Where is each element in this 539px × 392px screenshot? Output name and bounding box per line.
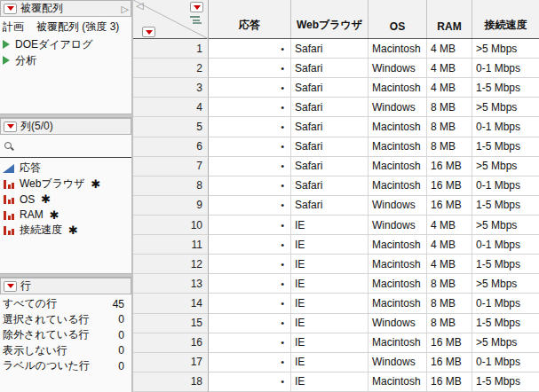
row-number-cell[interactable]: 6 [133,137,209,157]
response-cell[interactable]: • [209,98,291,117]
ram-cell[interactable]: 4 MB [427,255,472,274]
column-header-os[interactable]: OS [369,0,427,38]
ram-cell[interactable]: 4 MB [427,235,472,255]
response-cell[interactable]: • [209,314,291,333]
row-number-cell[interactable]: 3 [133,78,209,98]
response-cell[interactable]: • [209,255,291,274]
os-cell[interactable]: Macintosh [369,78,427,98]
speed-cell[interactable]: 1-5 Mbps [472,255,539,274]
ram-cell[interactable]: 8 MB [427,294,472,313]
response-cell[interactable]: • [209,39,291,59]
browser-cell[interactable]: Safari [291,39,369,59]
os-cell[interactable]: Windows [369,59,427,78]
browser-cell[interactable]: Safari [291,137,369,157]
column-list-item[interactable]: OS ✱ [0,192,131,208]
ram-cell[interactable]: 8 MB [427,117,472,137]
ram-cell[interactable]: 16 MB [427,333,472,353]
browser-cell[interactable]: Safari [291,176,369,196]
column-header-browser[interactable]: Webブラウザ [291,0,369,38]
speed-cell[interactable]: 0-1 Mbps [472,59,539,78]
os-cell[interactable]: Windows [369,216,427,235]
row-number-cell[interactable]: 13 [133,274,209,294]
columns-menu-button[interactable] [190,2,203,12]
response-cell[interactable]: • [209,59,291,78]
response-cell[interactable]: • [209,333,291,353]
speed-cell[interactable]: 1-5 Mbps [472,314,539,333]
column-list-item[interactable]: Webブラウザ ✱ [0,176,131,192]
row-number-cell[interactable]: 1 [133,39,209,59]
outline-link[interactable]: DOEダイアログ [0,36,131,52]
os-cell[interactable]: Macintosh [369,372,427,392]
response-cell[interactable]: • [209,78,291,98]
row-number-cell[interactable]: 5 [133,117,209,137]
ram-cell[interactable]: 16 MB [427,353,472,372]
ram-cell[interactable]: 4 MB [427,59,472,78]
response-cell[interactable]: • [209,274,291,294]
response-cell[interactable]: • [209,137,291,157]
speed-cell[interactable]: >5 Mbps [472,333,539,353]
browser-cell[interactable]: IE [291,255,369,274]
ram-cell[interactable]: 16 MB [427,372,472,392]
response-cell[interactable]: • [209,353,291,372]
os-cell[interactable]: Windows [369,314,427,333]
os-cell[interactable]: Macintosh [369,294,427,313]
browser-cell[interactable]: Safari [291,157,369,176]
collapse-panels-icon[interactable]: ◁ [136,0,143,12]
row-number-cell[interactable]: 2 [133,59,209,78]
speed-cell[interactable]: >5 Mbps [472,274,539,294]
column-header-speed[interactable]: 接続速度 [472,0,539,38]
os-cell[interactable]: Macintosh [369,235,427,255]
browser-cell[interactable]: Safari [291,117,369,137]
browser-cell[interactable]: IE [291,333,369,353]
ram-cell[interactable]: 8 MB [427,314,472,333]
column-list-item[interactable]: RAM ✱ [0,208,131,223]
os-cell[interactable]: Macintosh [369,333,427,353]
speed-cell[interactable]: 0-1 Mbps [472,176,539,196]
os-cell[interactable]: Windows [369,98,427,117]
response-cell[interactable]: • [209,216,291,235]
speed-cell[interactable]: 1-5 Mbps [472,196,539,216]
ram-cell[interactable]: 8 MB [427,137,472,157]
row-number-cell[interactable]: 8 [133,176,209,196]
column-list-icon[interactable] [190,16,200,24]
ram-cell[interactable]: 16 MB [427,196,472,216]
response-cell[interactable]: • [209,196,291,216]
speed-cell[interactable]: >5 Mbps [472,216,539,235]
response-cell[interactable]: • [209,157,291,176]
browser-cell[interactable]: Safari [291,196,369,216]
panel-collapse-icon[interactable]: ▷ [122,2,129,16]
browser-cell[interactable]: IE [291,294,369,313]
response-cell[interactable]: • [209,294,291,313]
browser-cell[interactable]: IE [291,235,369,255]
os-cell[interactable]: Macintosh [369,274,427,294]
browser-cell[interactable]: IE [291,353,369,372]
os-cell[interactable]: Macintosh [369,157,427,176]
speed-cell[interactable]: 0-1 Mbps [472,294,539,313]
ram-cell[interactable]: 4 MB [427,78,472,98]
red-triangle-menu-button[interactable] [4,122,17,132]
os-cell[interactable]: Windows [369,353,427,372]
response-cell[interactable]: • [209,117,291,137]
speed-cell[interactable]: >5 Mbps [472,98,539,117]
os-cell[interactable]: Macintosh [369,137,427,157]
os-cell[interactable]: Macintosh [369,255,427,274]
os-cell[interactable]: Macintosh [369,39,427,59]
row-number-cell[interactable]: 17 [133,353,209,372]
row-number-cell[interactable]: 4 [133,98,209,117]
column-header-ram[interactable]: RAM [427,0,472,38]
ram-cell[interactable]: 8 MB [427,98,472,117]
speed-cell[interactable]: 0-1 Mbps [472,353,539,372]
row-number-cell[interactable]: 12 [133,255,209,274]
row-number-cell[interactable]: 11 [133,235,209,255]
ram-cell[interactable]: 16 MB [427,157,472,176]
speed-cell[interactable]: 0-1 Mbps [472,117,539,137]
browser-cell[interactable]: IE [291,314,369,333]
row-number-cell[interactable]: 7 [133,157,209,176]
response-cell[interactable]: • [209,372,291,392]
ram-cell[interactable]: 16 MB [427,176,472,196]
column-header-response[interactable]: 応答 [209,0,291,38]
row-number-cell[interactable]: 9 [133,196,209,216]
column-list-item[interactable]: 応答 [0,161,131,176]
column-list-item[interactable]: 接続速度 ✱ [0,223,131,239]
os-cell[interactable]: Macintosh [369,117,427,137]
